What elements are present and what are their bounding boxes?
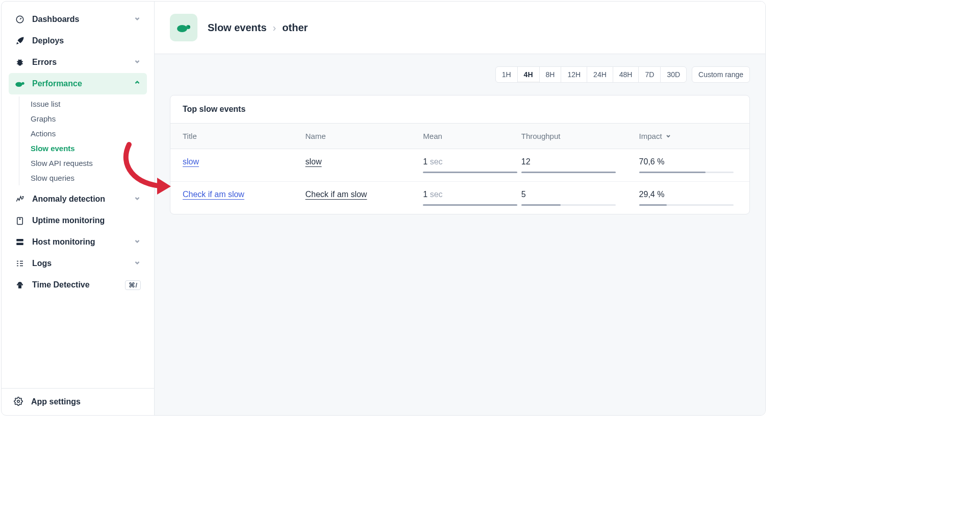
sidebar-subitem-slow-events[interactable]: Slow events	[29, 141, 147, 156]
impact-metric-value: 70,6 %	[639, 157, 737, 166]
sidebar-subitem-actions[interactable]: Actions	[29, 126, 147, 141]
sidebar-item-uptime-monitoring[interactable]: Uptime monitoring	[9, 210, 147, 231]
svg-rect-7	[16, 239, 23, 242]
chevron-down-icon	[134, 15, 141, 24]
svg-point-12	[177, 25, 187, 32]
sidebar-nav: DashboardsDeploysErrorsPerformanceIssue …	[2, 9, 154, 388]
mean-metric-value: 1 sec	[423, 190, 521, 199]
sidebar-subitem-slow-queries[interactable]: Slow queries	[29, 171, 147, 185]
sidebar-item-time-detective[interactable]: Time Detective⌘/	[9, 274, 147, 296]
sidebar-item-label: Logs	[32, 259, 52, 268]
rocket-icon	[15, 36, 25, 46]
slow-events-panel: Top slow events Title Name Mean Throughp…	[170, 95, 750, 214]
table-row: Check if am slowCheck if am slow1 sec529…	[170, 182, 749, 214]
breadcrumb: Slow events › other	[208, 22, 308, 34]
impact-metric: 70,6 %	[639, 157, 737, 173]
sidebar-item-label: Uptime monitoring	[32, 216, 105, 225]
time-range-custom[interactable]: Custom range	[692, 66, 750, 83]
svg-rect-8	[16, 243, 23, 246]
turtle-icon	[15, 79, 25, 89]
col-name[interactable]: Name	[305, 132, 423, 140]
event-name[interactable]: slow	[305, 157, 321, 166]
event-title-link[interactable]: Check if am slow	[183, 190, 244, 199]
sidebar-item-anomaly-detection[interactable]: Anomaly detection	[9, 188, 147, 210]
sidebar-footer[interactable]: App settings	[2, 388, 154, 415]
time-range-1h[interactable]: 1H	[495, 66, 518, 83]
chevron-right-icon: ›	[273, 22, 277, 34]
sidebar: DashboardsDeploysErrorsPerformanceIssue …	[2, 2, 155, 415]
mean-metric: 1 sec	[423, 157, 521, 173]
time-range-8h[interactable]: 8H	[539, 66, 562, 83]
throughput-metric-bar	[521, 204, 616, 206]
svg-point-3	[21, 82, 24, 85]
mean-metric-bar	[423, 172, 517, 173]
chevron-down-icon	[134, 237, 141, 247]
mean-metric-bar	[423, 204, 517, 206]
time-range-picker: 1H4H8H12H24H48H7D30DCustom range	[170, 66, 750, 83]
time-range-12h[interactable]: 12H	[561, 66, 587, 83]
sidebar-item-label: Dashboards	[32, 15, 79, 24]
chevron-down-icon	[134, 195, 141, 204]
sidebar-item-label: Errors	[32, 58, 57, 67]
sidebar-item-label: Host monitoring	[32, 237, 95, 247]
throughput-metric-bar	[521, 172, 616, 173]
throughput-metric-value: 12	[521, 157, 639, 166]
uptime-icon	[15, 215, 25, 226]
sidebar-subnav: Issue listGraphsActionsSlow eventsSlow A…	[19, 97, 147, 185]
sidebar-item-label: Performance	[32, 79, 82, 88]
app-settings-label: App settings	[31, 397, 81, 406]
turtle-icon	[170, 14, 197, 41]
svg-point-2	[15, 82, 22, 87]
chevron-down-icon	[665, 132, 671, 140]
time-range-30d[interactable]: 30D	[660, 66, 687, 83]
sidebar-item-logs[interactable]: Logs	[9, 253, 147, 274]
sidebar-subitem-issue-list[interactable]: Issue list	[29, 97, 147, 111]
keyboard-shortcut-badge: ⌘/	[125, 280, 141, 290]
time-range-4h[interactable]: 4H	[517, 66, 540, 83]
panel-title: Top slow events	[170, 95, 749, 124]
server-icon	[15, 237, 25, 247]
sidebar-subitem-graphs[interactable]: Graphs	[29, 111, 147, 126]
page-header: Slow events › other	[155, 2, 765, 54]
time-range-24h[interactable]: 24H	[587, 66, 613, 83]
event-name[interactable]: Check if am slow	[305, 190, 367, 199]
gear-icon	[14, 397, 24, 407]
sidebar-item-host-monitoring[interactable]: Host monitoring	[9, 231, 147, 253]
sidebar-item-errors[interactable]: Errors	[9, 52, 147, 73]
time-range-7d[interactable]: 7D	[638, 66, 661, 83]
col-title[interactable]: Title	[183, 132, 305, 140]
svg-point-6	[19, 219, 20, 220]
gauge-icon	[15, 14, 25, 25]
svg-rect-10	[18, 285, 21, 288]
sidebar-item-label: Time Detective	[32, 280, 90, 290]
throughput-metric-value: 5	[521, 190, 639, 199]
sidebar-item-performance[interactable]: Performance	[9, 73, 147, 94]
main-content: Slow events › other 1H4H8H12H24H48H7D30D…	[155, 2, 765, 415]
impact-metric: 29,4 %	[639, 190, 737, 206]
svg-point-14	[189, 26, 190, 27]
col-mean[interactable]: Mean	[423, 132, 521, 140]
time-range-48h[interactable]: 48H	[613, 66, 639, 83]
sidebar-item-deploys[interactable]: Deploys	[9, 30, 147, 52]
svg-point-4	[22, 196, 24, 198]
svg-point-11	[17, 400, 20, 403]
impact-metric-bar	[639, 172, 734, 173]
throughput-metric: 5	[521, 190, 639, 206]
breadcrumb-item[interactable]: Slow events	[208, 22, 267, 34]
table-header: Title Name Mean Throughput Impact	[170, 124, 749, 149]
logs-icon	[15, 258, 25, 269]
table-row: slowslow1 sec1270,6 %	[170, 149, 749, 182]
event-title-link[interactable]: slow	[183, 157, 199, 166]
col-impact[interactable]: Impact	[639, 132, 737, 140]
anomaly-icon	[15, 194, 25, 204]
throughput-metric: 12	[521, 157, 639, 173]
col-throughput[interactable]: Throughput	[521, 132, 639, 140]
sidebar-item-dashboards[interactable]: Dashboards	[9, 9, 147, 30]
chevron-down-icon	[134, 58, 141, 67]
sidebar-subitem-slow-api-requests[interactable]: Slow API requests	[29, 156, 147, 171]
svg-point-13	[186, 25, 190, 29]
mean-metric-value: 1 sec	[423, 157, 521, 166]
detective-icon	[15, 280, 25, 290]
impact-metric-value: 29,4 %	[639, 190, 737, 199]
chevron-up-icon	[134, 79, 141, 88]
